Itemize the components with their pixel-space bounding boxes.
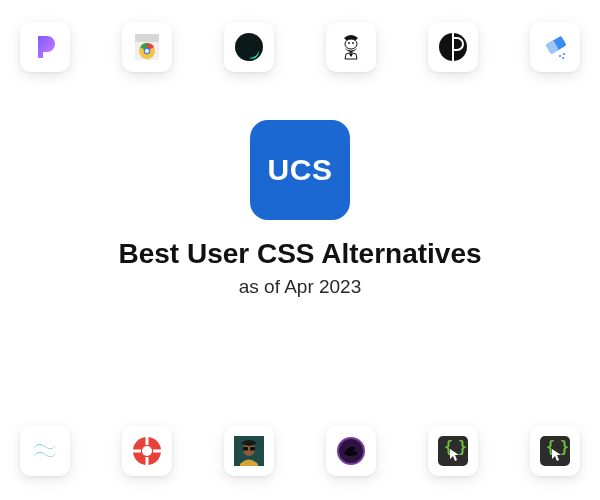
svg-point-7 [348,42,350,44]
tailwind-glyph [28,434,62,468]
svg-text:}: } [560,438,569,456]
p-circle-icon[interactable] [428,22,478,72]
svg-point-14 [562,57,564,59]
pandora-icon[interactable] [20,22,70,72]
svg-point-6 [345,39,357,49]
hero-section: UCS Best User CSS Alternatives as of Apr… [118,120,481,298]
eraser-glyph [538,30,572,64]
svg-point-5 [235,33,263,61]
svg-rect-23 [243,447,248,451]
chrome-glyph [130,30,164,64]
hero-icon-text: UCS [268,153,333,187]
chrome-store-icon[interactable] [122,22,172,72]
svg-rect-17 [146,437,149,445]
svg-rect-19 [133,450,141,453]
top-icon-row [20,22,580,72]
svg-rect-18 [146,457,149,465]
code-cursor-alt-glyph: { } [538,434,572,468]
code-cursor-glyph: { } [436,434,470,468]
p-circle-glyph [436,30,470,64]
portrait-glyph [232,434,266,468]
code-cursor-icon[interactable]: { } [428,426,478,476]
page-subtitle: as of Apr 2023 [239,276,362,298]
code-cursor-alt-icon[interactable]: { } [530,426,580,476]
bird-circle-icon[interactable] [326,426,376,476]
svg-point-13 [563,53,565,55]
portrait-icon[interactable] [224,426,274,476]
gentleman-glyph [334,30,368,64]
dark-circle-glyph [232,30,266,64]
svg-rect-24 [250,447,255,451]
gentleman-icon[interactable] [326,22,376,72]
tailwind-icon[interactable] [20,426,70,476]
lifesaver-icon[interactable] [122,426,172,476]
svg-point-16 [142,446,152,456]
bird-circle-glyph [334,434,368,468]
svg-point-8 [352,42,354,44]
svg-rect-0 [135,34,159,42]
hero-app-icon: UCS [250,120,350,220]
pandora-glyph [28,30,62,64]
page-title: Best User CSS Alternatives [118,238,481,270]
svg-point-4 [145,49,149,53]
dark-circle-icon[interactable] [224,22,274,72]
svg-text:}: } [458,438,467,456]
svg-rect-20 [153,450,161,453]
bottom-icon-row: { } { } [20,426,580,476]
lifesaver-glyph [130,434,164,468]
svg-point-12 [559,55,561,57]
eraser-icon[interactable] [530,22,580,72]
